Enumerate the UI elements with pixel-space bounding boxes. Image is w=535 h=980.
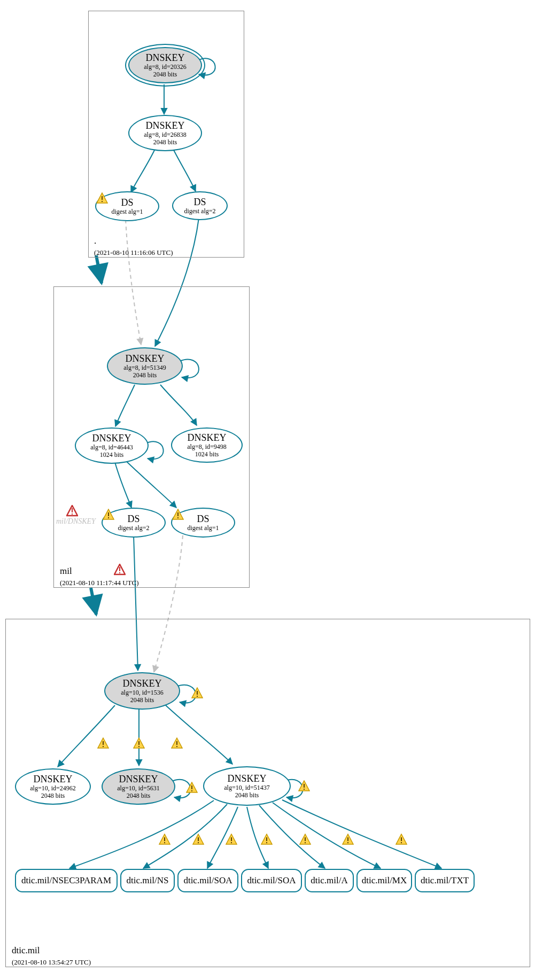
- error-icon: [114, 564, 126, 575]
- warning-icon: [171, 737, 183, 749]
- warning-icon: [261, 834, 273, 845]
- mil-zsk-46443[interactable]: DNSKEY alg=8, id=46443 1024 bits: [75, 427, 149, 464]
- warning-icon: [159, 834, 170, 845]
- root-zsk[interactable]: DNSKEY alg=8, id=26838 2048 bits: [128, 115, 202, 151]
- zone-root-label: .(2021-08-10 11:16:06 UTC): [94, 235, 173, 258]
- dtic-dnskey-51437[interactable]: DNSKEY alg=10, id=51437 2048 bits: [203, 766, 291, 806]
- warning-icon: [299, 834, 311, 845]
- warning-icon: [97, 737, 109, 749]
- rrset-nsec3param[interactable]: dtic.mil/NSEC3PARAM: [15, 869, 118, 892]
- root-ksk[interactable]: DNSKEY alg=8, id=20326 2048 bits: [128, 47, 202, 83]
- warning-icon: [226, 834, 237, 845]
- warning-icon: [133, 737, 145, 749]
- rrset-soa-2[interactable]: dtic.mil/SOA: [241, 869, 302, 892]
- mil-zsk-9498[interactable]: DNSKEY alg=8, id=9498 1024 bits: [171, 427, 243, 463]
- warning-icon: [172, 509, 184, 520]
- rrset-mx[interactable]: dtic.mil/MX: [356, 869, 412, 892]
- warning-icon: [298, 780, 310, 792]
- zone-mil-label: mil(2021-08-10 11:17:44 UTC): [60, 565, 139, 588]
- rrset-ns[interactable]: dtic.mil/NS: [120, 869, 175, 892]
- dtic-ksk[interactable]: DNSKEY alg=10, id=1536 2048 bits: [104, 672, 180, 710]
- dtic-dnskey-5631[interactable]: DNSKEY alg=10, id=5631 2048 bits: [102, 768, 175, 805]
- mil-ksk[interactable]: DNSKEY alg=8, id=51349 2048 bits: [107, 347, 183, 385]
- rrset-a[interactable]: dtic.mil/A: [305, 869, 354, 892]
- warning-icon: [96, 192, 108, 204]
- warning-icon: [396, 834, 407, 845]
- mil-ds-alg1[interactable]: DS digest alg=1: [171, 508, 235, 538]
- root-ds1[interactable]: DS digest alg=1: [95, 191, 159, 221]
- warning-icon: [186, 782, 198, 794]
- mil-dnskey-missing: mil/DNSKEY: [56, 517, 96, 526]
- dtic-dnskey-24962[interactable]: DNSKEY alg=10, id=24962 2048 bits: [15, 768, 91, 805]
- warning-icon: [342, 834, 354, 845]
- error-icon: [66, 505, 78, 517]
- warning-icon: [192, 834, 204, 845]
- zone-dtic-label: dtic.mil(2021-08-10 13:54:27 UTC): [12, 945, 91, 968]
- root-ds2[interactable]: DS digest alg=2: [172, 191, 228, 220]
- rrset-soa-1[interactable]: dtic.mil/SOA: [177, 869, 238, 892]
- warning-icon: [191, 687, 203, 699]
- warning-icon: [103, 509, 114, 520]
- rrset-txt[interactable]: dtic.mil/TXT: [415, 869, 475, 892]
- mil-ds-alg2[interactable]: DS digest alg=2: [102, 508, 166, 538]
